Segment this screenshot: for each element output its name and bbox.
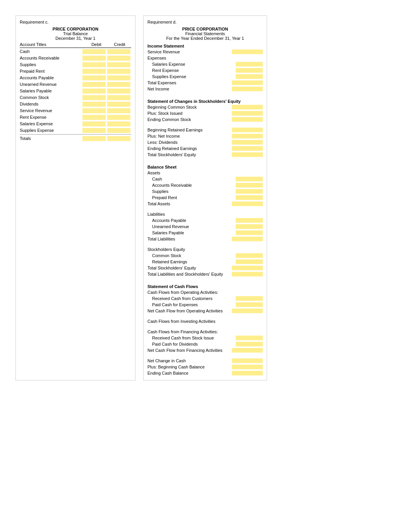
table-row: Accounts Receivable <box>20 55 131 61</box>
stmt-row-equity-header: Stockholders Equity <box>147 246 263 252</box>
stmt-row-prepaid-rent: Prepaid Rent <box>147 194 263 200</box>
stmt-row-net-income: Net Income <box>147 86 263 92</box>
stmt-row-supplies-expense: Supplies Expense <box>147 73 263 79</box>
stmt-row-total-expenses: Total Expenses <box>147 80 263 85</box>
stmt-row-common-stock: Common Stock <box>147 252 263 258</box>
req-d-date: For the Year Ended December 31, Year 1 <box>147 36 263 41</box>
requirement-d-section: Requirement d. PRICE CORPORATION Financi… <box>143 15 267 380</box>
table-row-unearned-revenue: Unearned Revenue <box>20 81 131 87</box>
service-revenue-value <box>232 49 263 54</box>
stmt-row-expenses-header: Expenses <box>147 55 263 61</box>
stmt-row: Less: Dividends <box>147 139 263 145</box>
table-row: Common Stock <box>20 94 131 101</box>
stmt-row-received-stock: Received Cash from Stock Issue <box>147 335 263 341</box>
requirement-c-section: Requirement c. PRICE CORPORATION Trial B… <box>15 15 135 380</box>
stmt-row-unearned-revenue: Unearned Revenue <box>147 223 263 229</box>
table-row: Rent Expense <box>20 114 131 120</box>
credit-value <box>107 49 130 54</box>
stmt-row-salaries-expense: Salaries Expense <box>147 61 263 67</box>
stmt-row-financing-header: Cash Flows from Financing Activities: <box>147 329 263 334</box>
stmt-row-net-operating: Net Cash Flow from Operating Activities <box>147 308 263 314</box>
stmt-row-liabilities-header: Liabilities <box>147 211 263 217</box>
stmt-row: Beginning Common Stock <box>147 104 263 110</box>
stmt-row-accounts-payable: Accounts Payable <box>147 217 263 223</box>
balance-sheet-section: Balance Sheet Assets Cash Accounts Recei… <box>147 165 263 277</box>
req-c-label: Requirement c. <box>20 20 131 24</box>
income-statement-title: Income Statement <box>147 44 263 48</box>
table-row: Supplies Expense <box>20 127 131 133</box>
req-c-doc-title: Trial Balance <box>20 31 131 36</box>
stmt-row-assets-header: Assets <box>147 170 263 176</box>
col-credit: Credit <box>108 42 131 47</box>
col-debit: Debit <box>85 42 108 47</box>
stmt-row-total-assets: Total Assets <box>147 201 263 206</box>
cash-flows-section: Statement of Cash Flows Cash Flows from … <box>147 284 263 376</box>
stmt-row-paid-expenses: Paid Cash for Expenses <box>147 302 263 307</box>
stmt-row-investing-header: Cash Flows from Investing Activities <box>147 318 263 324</box>
stmt-row-total-liabilities: Total Liabilities <box>147 236 263 242</box>
income-statement-section: Income Statement Service Revenue Expense… <box>147 44 263 92</box>
stmt-row-supplies: Supplies <box>147 188 263 194</box>
stmt-row-service-revenue: Service Revenue <box>147 49 263 55</box>
trial-balance-header: Account Titles Debit Credit <box>20 42 131 48</box>
table-row: Supplies <box>20 61 131 68</box>
debit-value <box>82 49 106 54</box>
stmt-row: Ending Common Stock <box>147 116 263 122</box>
stmt-row-retained-earnings: Retained Earnings <box>147 259 263 264</box>
stmt-equity-title: Statement of Changes in Stockholders' Eq… <box>147 99 263 104</box>
req-c-company: PRICE CORPORATION <box>20 27 131 31</box>
stmt-row-operating-header: Cash Flows from Operating Activities: <box>147 289 263 295</box>
stmt-row: Plus: Stock Issued <box>147 110 263 116</box>
stmt-row-ending-cash: Ending Cash Balance <box>147 370 263 376</box>
stmt-row: Plus: Net Income <box>147 133 263 139</box>
stmt-row: Total Stockholders' Equity <box>147 152 263 157</box>
stmt-row-rent-expense: Rent Expense <box>147 67 263 73</box>
stmt-row-total-equity: Total Stockholders' Equity <box>147 265 263 271</box>
stmt-row-paid-dividends: Paid Cash for Dividends <box>147 341 263 347</box>
stmt-equity-section: Statement of Changes in Stockholders' Eq… <box>147 99 263 157</box>
req-d-doc-title: Financial Statements <box>147 31 263 36</box>
stmt-row-beginning-cash: Plus: Beginning Cash Balance <box>147 364 263 370</box>
table-row: Salaries Expense <box>20 121 131 127</box>
stmt-row-net-financing: Net Cash Flow from Financing Activities <box>147 347 263 353</box>
stmt-row-accounts-receivable: Accounts Receivable <box>147 182 263 188</box>
stmt-row: Ending Retained Earnings <box>147 145 263 151</box>
stmt-row-net-change: Net Change in Cash <box>147 358 263 363</box>
stmt-row-total-liab-equity: Total Liabilities and Stockholders' Equi… <box>147 271 263 277</box>
table-row-service-revenue: Service Revenue <box>20 107 131 114</box>
req-d-company: PRICE CORPORATION <box>147 27 263 31</box>
balance-sheet-title: Balance Sheet <box>147 165 263 169</box>
table-row: Cash <box>20 48 131 55</box>
table-row: Dividends <box>20 101 131 107</box>
req-d-label: Requirement d. <box>147 20 263 24</box>
col-account-titles: Account Titles <box>20 42 85 47</box>
table-row: Accounts Payable <box>20 75 131 81</box>
stmt-row-cash: Cash <box>147 176 263 182</box>
stmt-row: Beginning Retained Earnings <box>147 127 263 133</box>
req-c-date: December 31, Year 1 <box>20 36 131 41</box>
table-row: Prepaid Rent <box>20 68 131 74</box>
cash-flows-title: Statement of Cash Flows <box>147 284 263 289</box>
table-row: Salaries Payable <box>20 88 131 94</box>
stmt-row-received-customers: Received Cash from Customers <box>147 295 263 301</box>
table-row-totals: Totals <box>20 135 131 142</box>
stmt-row-salaries-payable: Salaries Payable <box>147 230 263 235</box>
